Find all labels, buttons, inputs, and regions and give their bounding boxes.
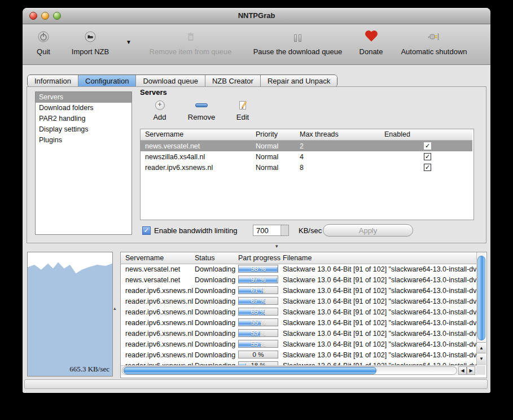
enabled-checkbox-icon[interactable]: ✓ [424, 142, 431, 150]
pane-collapse-icon[interactable]: ▴ [113, 305, 116, 311]
horizontal-scrollbar[interactable]: ◀ ▶ [121, 365, 476, 375]
titlebar[interactable]: NNTPGrab [23, 8, 490, 24]
enabled-checkbox-icon[interactable]: ✓ [424, 153, 431, 160]
apply-button[interactable]: Apply [323, 224, 413, 237]
add-server-button[interactable]: + Add [146, 99, 174, 121]
window-title: NNTPGrab [23, 8, 490, 24]
scroll-down-icon[interactable]: ▼ [477, 353, 486, 365]
column-servername[interactable]: Servername [145, 130, 183, 138]
sidebar-item-servers[interactable]: Servers [36, 92, 131, 103]
servername-cell: news.versatel.net [125, 265, 180, 273]
bandwidth-value-input[interactable] [253, 225, 283, 235]
tab-configuration[interactable]: Configuration [78, 75, 136, 87]
bandwidth-limit-checkbox[interactable]: ✓ [142, 226, 151, 235]
spinner-buttons[interactable] [280, 225, 288, 235]
scroll-up-icon[interactable]: ▲ [477, 342, 486, 353]
progress-bar: 55 % [238, 318, 278, 326]
progress-bar: 53 % [238, 329, 278, 337]
server-table-row[interactable]: newszilla6.xs4all.nlNormal4✓ [141, 151, 472, 162]
tab-download-queue[interactable]: Download queue [136, 75, 205, 87]
status-cell: Downloading [195, 276, 235, 284]
progress-label: 61 % [239, 287, 278, 294]
tab-nzb-creator[interactable]: NZB Creator [205, 75, 261, 87]
queue-row[interactable]: reader.ipv6.xsnews.nlDownloading67 %Slac… [121, 296, 476, 307]
tab-information[interactable]: Information [28, 75, 78, 87]
settings-category-list: ServersDownload foldersPAR2 handlingDisp… [35, 91, 132, 235]
toolbar-button-auto-shutdown[interactable]: Automatic shutdown [394, 30, 473, 56]
scroll-left-icon[interactable]: ◀ [458, 366, 467, 375]
sidebar-item-par2-handling[interactable]: PAR2 handling [36, 113, 131, 124]
sidebar-item-plugins[interactable]: Plugins [36, 135, 131, 146]
column-part-progress[interactable]: Part progress [238, 254, 280, 262]
progress-label: 98 % [239, 265, 278, 273]
zoom-window-icon[interactable] [53, 12, 61, 20]
remove-button-label: Remove [184, 113, 219, 121]
column-enabled[interactable]: Enabled [384, 130, 410, 138]
remove-server-button[interactable]: Remove [184, 99, 219, 121]
server-table-header[interactable]: Servername Priority Max threads Enabled [141, 129, 472, 141]
download-queue-table: Servername Status Part progress Filename… [120, 252, 487, 378]
servername-cell: reader.ipv6.xsnews.nl [125, 287, 193, 295]
scroll-right-icon[interactable]: ▶ [467, 366, 475, 375]
queue-row[interactable]: reader.ipv6.xsnews.nlDownloading55 %Slac… [121, 339, 476, 349]
toolbar-button-import-nzb[interactable]: Import NZB [65, 30, 116, 56]
vertical-scroll-thumb[interactable] [477, 256, 485, 340]
progress-bar: 0 % [238, 351, 278, 358]
status-cell: Downloading [195, 330, 235, 338]
filename-cell: Slackware 13.0 64-Bit [91 of 102] "slack… [283, 276, 476, 284]
toolbar-button-quit[interactable]: Quit [29, 30, 58, 56]
toolbar-button-donate[interactable]: Donate [356, 30, 387, 56]
queue-row[interactable]: reader.ipv6.xsnews.nlDownloading0 %Slack… [121, 349, 476, 360]
status-bar [24, 379, 488, 389]
column-filename[interactable]: Filename [283, 254, 312, 262]
progress-label: 65 % [239, 308, 278, 316]
queue-row[interactable]: reader.ipv6.xsnews.nlDownloading18 %Slac… [121, 360, 476, 365]
enabled-checkbox-icon[interactable]: ✓ [424, 164, 431, 171]
horizontal-scroll-track[interactable] [122, 366, 457, 375]
minimize-window-icon[interactable] [41, 12, 49, 20]
sidebar-item-download-folders[interactable]: Download folders [36, 103, 131, 113]
filename-cell: Slackware 13.0 64-Bit [91 of 102] "slack… [283, 308, 476, 316]
toolbar-button-label: Import NZB [65, 47, 116, 56]
progress-bar: 61 % [238, 286, 278, 294]
progress-label: 97 % [239, 276, 278, 283]
toolbar-button-label: Automatic shutdown [394, 47, 473, 56]
splitter-handle-icon[interactable]: ▾ [275, 243, 278, 249]
close-window-icon[interactable] [29, 12, 37, 20]
server-table-row[interactable]: news.versatel.netNormal2✓ [141, 141, 472, 151]
status-cell: Downloading [195, 340, 235, 348]
section-heading: Servers [140, 88, 167, 97]
queue-row[interactable]: reader.ipv6.xsnews.nlDownloading65 %Slac… [121, 307, 476, 317]
vertical-scrollbar[interactable]: ▲ ▼ [476, 252, 486, 365]
window-controls [29, 12, 61, 20]
queue-row[interactable]: news.versatel.netDownloading98 %Slackwar… [121, 264, 476, 274]
horizontal-scroll-thumb[interactable] [124, 367, 376, 374]
pause-icon [243, 30, 353, 46]
toolbar-button-remove-item[interactable]: Remove item from queue [138, 30, 243, 56]
queue-row[interactable]: reader.ipv6.xsnews.nlDownloading53 %Slac… [121, 328, 476, 339]
import-nzb-dropdown-icon[interactable]: ▼ [126, 39, 131, 45]
progress-bar: 98 % [238, 265, 278, 273]
status-cell: Downloading [195, 319, 235, 327]
queue-table-header[interactable]: Servername Status Part progress Filename [121, 252, 476, 264]
column-max-threads[interactable]: Max threads [300, 130, 339, 138]
queue-row[interactable]: news.versatel.netDownloading97 %Slackwar… [121, 274, 476, 285]
tab-repair-and-unpack[interactable]: Repair and Unpack [261, 75, 337, 87]
progress-label: 0 % [239, 351, 278, 358]
column-servername[interactable]: Servername [125, 254, 164, 262]
progress-label: 53 % [239, 330, 278, 337]
remove-icon [195, 103, 208, 107]
queue-row[interactable]: reader.ipv6.xsnews.nlDownloading55 %Slac… [121, 317, 476, 328]
progress-bar: 55 % [238, 340, 278, 348]
queue-row[interactable]: reader.ipv6.xsnews.nlDownloading61 %Slac… [121, 285, 476, 296]
column-status[interactable]: Status [195, 254, 214, 262]
server-table-row[interactable]: reader.ipv6.xsnews.nlNormal8✓ [141, 162, 472, 173]
bandwidth-graph: 665.3 KB/sec [27, 252, 113, 377]
edit-server-button[interactable]: Edit [228, 99, 257, 121]
folder-icon [65, 30, 116, 46]
filename-cell: Slackware 13.0 64-Bit [91 of 102] "slack… [283, 298, 476, 305]
bandwidth-unit-label: KB/sec [299, 226, 322, 235]
sidebar-item-display-settings[interactable]: Display settings [36, 124, 131, 135]
column-priority[interactable]: Priority [256, 130, 278, 138]
toolbar-button-pause[interactable]: Pause the download queue [243, 30, 353, 56]
